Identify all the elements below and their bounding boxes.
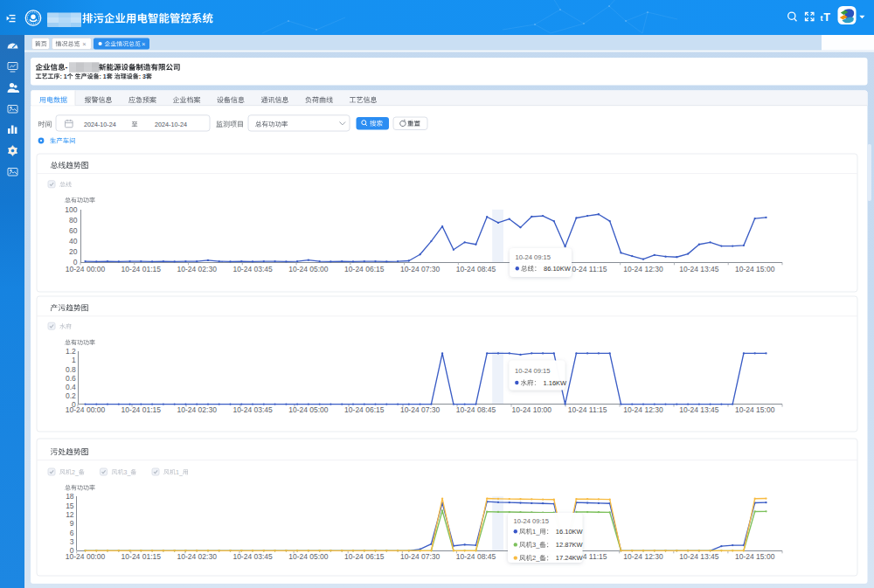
svg-text:3_: 3_	[124, 469, 131, 476]
svg-text:10-24 15:00: 10-24 15:00	[735, 405, 775, 414]
svg-text:10-24 05:00: 10-24 05:00	[288, 265, 329, 273]
svg-text:10-24 06:15: 10-24 06:15	[344, 405, 385, 414]
svg-text:18: 18	[66, 492, 74, 501]
svg-text:16.10KW: 16.10KW	[556, 528, 584, 536]
svg-text:10-24 08:45: 10-24 08:45	[456, 552, 496, 561]
svg-text:0.8: 0.8	[66, 365, 76, 374]
svg-text:: 1: : 1	[100, 73, 107, 80]
svg-text:10-24 07:30: 10-24 07:30	[400, 265, 440, 273]
svg-text:2_: 2_	[72, 469, 79, 476]
svg-text:9: 9	[70, 519, 74, 528]
svg-text:10-24 02:30: 10-24 02:30	[177, 552, 218, 561]
svg-text:80: 80	[69, 216, 78, 225]
svg-text:12: 12	[66, 510, 74, 519]
svg-text:40: 40	[69, 237, 78, 246]
svg-text:60: 60	[69, 226, 78, 235]
svg-text:10-24 01:15: 10-24 01:15	[121, 405, 162, 414]
svg-text:10-24 12:30: 10-24 12:30	[623, 405, 663, 414]
svg-text:10-24 01:15: 10-24 01:15	[121, 552, 162, 561]
svg-text:2024-10-24: 2024-10-24	[84, 121, 116, 128]
svg-text:1_: 1_	[532, 528, 540, 536]
svg-text:0.6: 0.6	[66, 374, 76, 383]
svg-text:10-24 06:15: 10-24 06:15	[344, 265, 385, 273]
svg-text:86.10KW: 86.10KW	[544, 265, 572, 273]
svg-text:0.2: 0.2	[66, 391, 76, 400]
svg-text:1: 1	[72, 356, 76, 364]
svg-text:10-24 13:45: 10-24 13:45	[679, 552, 719, 561]
svg-text:20: 20	[69, 247, 78, 256]
svg-text:2024-10-24: 2024-10-24	[155, 121, 187, 128]
svg-text:10-24 15:00: 10-24 15:00	[735, 552, 775, 561]
svg-text:10-24 02:30: 10-24 02:30	[177, 265, 218, 273]
svg-text:10-24 09:15: 10-24 09:15	[516, 253, 551, 261]
svg-text:3: 3	[70, 537, 74, 546]
svg-text:10-24 12:30: 10-24 12:30	[623, 265, 663, 273]
svg-text:0.4: 0.4	[66, 383, 76, 391]
svg-text:×: ×	[142, 40, 145, 48]
svg-text:10-24 07:30: 10-24 07:30	[400, 552, 440, 561]
svg-text:10-24 10:00: 10-24 10:00	[512, 405, 552, 414]
svg-text:10-24 03:45: 10-24 03:45	[232, 405, 273, 414]
svg-text:6: 6	[70, 529, 74, 537]
svg-text:1.2: 1.2	[66, 347, 76, 356]
svg-text:10-24 08:45: 10-24 08:45	[456, 405, 496, 414]
svg-text:-: -	[66, 63, 68, 72]
svg-text:10-24 09:15: 10-24 09:15	[514, 517, 550, 525]
svg-text:10-24 12:30: 10-24 12:30	[623, 552, 663, 561]
svg-text:1_: 1_	[176, 469, 183, 476]
svg-text:10-24 00:00: 10-24 00:00	[66, 405, 106, 414]
svg-text:10-24 00:00: 10-24 00:00	[66, 552, 106, 561]
svg-text:10-24 15:00: 10-24 15:00	[735, 265, 775, 273]
svg-text:10-24 05:00: 10-24 05:00	[288, 552, 329, 561]
svg-text:10-24 13:45: 10-24 13:45	[679, 265, 719, 273]
svg-text:: 3: : 3	[139, 73, 146, 80]
svg-text:10-24 07:30: 10-24 07:30	[400, 405, 440, 414]
svg-text:10-24 06:15: 10-24 06:15	[344, 552, 385, 561]
svg-text:10-24 13:45: 10-24 13:45	[679, 405, 719, 414]
svg-text:12.87KW: 12.87KW	[556, 541, 584, 549]
svg-text:15: 15	[66, 502, 74, 510]
svg-text:17.24KW: 17.24KW	[556, 554, 584, 562]
svg-text:10-24 11:15: 10-24 11:15	[568, 405, 607, 414]
svg-text:10-24 00:00: 10-24 00:00	[66, 265, 106, 273]
svg-text:2_: 2_	[532, 554, 540, 562]
svg-text:10-24 11:15: 10-24 11:15	[568, 265, 607, 273]
svg-text:10-24 01:15: 10-24 01:15	[121, 265, 162, 273]
svg-text:t: t	[821, 14, 823, 23]
svg-text:T: T	[823, 11, 830, 24]
svg-text:100: 100	[65, 205, 77, 214]
svg-text:×: ×	[82, 40, 86, 48]
svg-text:10-24 03:45: 10-24 03:45	[232, 265, 273, 273]
svg-text:10-24 09:15: 10-24 09:15	[515, 367, 551, 375]
svg-text:10-24 02:30: 10-24 02:30	[177, 405, 218, 414]
svg-text:: 1: : 1	[60, 73, 67, 80]
svg-text:10-24 03:45: 10-24 03:45	[232, 552, 273, 561]
svg-text:10-24 08:45: 10-24 08:45	[456, 265, 496, 273]
svg-text:1.16KW: 1.16KW	[544, 379, 568, 387]
svg-text:3_: 3_	[532, 541, 540, 549]
